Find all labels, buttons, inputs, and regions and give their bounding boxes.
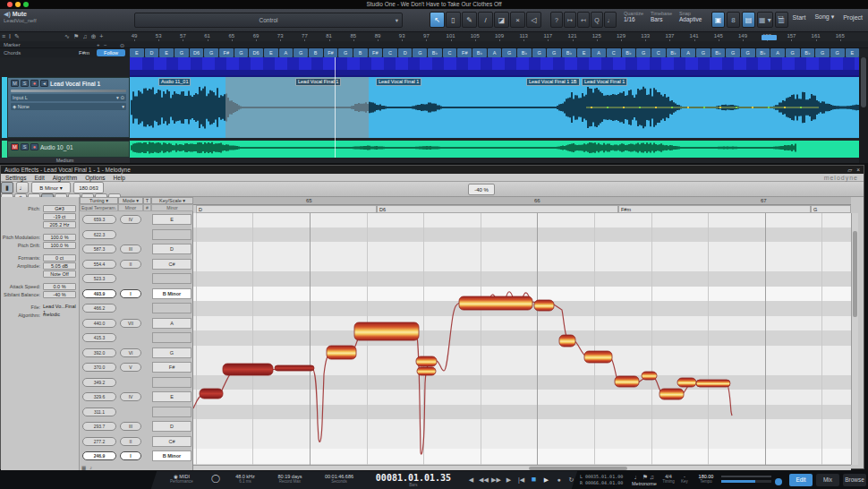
key-selector[interactable]: B Minor ▾: [31, 182, 71, 193]
keyscale-cell[interactable]: [152, 407, 191, 417]
track2-solo-button[interactable]: S: [21, 143, 29, 150]
chord-event[interactable]: B♭: [428, 48, 442, 57]
tempo-toggle[interactable]: [775, 478, 782, 485]
note-blob[interactable]: [416, 356, 437, 366]
keyscale-cell[interactable]: [152, 303, 191, 313]
mode-oval[interactable]: VII: [120, 319, 141, 328]
performance-meter[interactable]: ◉ MIDI Performance: [157, 474, 206, 484]
automation-point[interactable]: [752, 107, 753, 108]
chord-event[interactable]: A: [681, 48, 695, 57]
chord-event[interactable]: C: [443, 48, 457, 57]
automation-point[interactable]: [736, 107, 737, 108]
mode-oval[interactable]: III: [120, 244, 141, 253]
chord-event[interactable]: G: [174, 48, 189, 57]
melodyne-chord-row[interactable]: DD6F#mG: [193, 205, 851, 213]
chord-event[interactable]: B: [353, 48, 368, 57]
start-page-button[interactable]: Start: [793, 14, 806, 21]
scrollbar-thumb[interactable]: [529, 467, 627, 470]
keyscale-cell[interactable]: [152, 229, 191, 240]
note-blob[interactable]: [459, 296, 532, 310]
scrollbar-thumb[interactable]: [853, 231, 857, 317]
chord-event[interactable]: G: [726, 48, 740, 57]
chord-event[interactable]: B♭: [517, 48, 532, 57]
melodyne-chord-cell[interactable]: G: [811, 205, 851, 213]
return-button[interactable]: ↤: [577, 12, 590, 28]
keyscale-cell[interactable]: C#: [152, 259, 191, 270]
inspector-value[interactable]: melodic: [43, 312, 76, 319]
chord-event[interactable]: F#: [219, 48, 234, 57]
chord-event[interactable]: B♭: [622, 48, 636, 57]
track-size-control[interactable]: Medium: [0, 158, 130, 163]
chord-event[interactable]: G: [204, 48, 218, 57]
chord-event[interactable]: G: [741, 48, 755, 57]
key-field[interactable]: - Key: [678, 474, 691, 484]
note-blob[interactable]: [642, 372, 657, 380]
keyboard-icon[interactable]: ▦: [81, 465, 86, 470]
keyscale-cell[interactable]: G: [152, 347, 191, 358]
loop-points[interactable]: L 00035.01.01.00 R 00066.04.01.00: [580, 474, 623, 486]
stop-button[interactable]: ■: [529, 475, 539, 485]
timebase-dropdown[interactable]: Timebase Bars: [651, 11, 672, 22]
event-label[interactable]: Lead Vocal Final 1 1B: [526, 78, 580, 86]
column-header-keyscale[interactable]: Key/Scale ▾: [151, 197, 193, 204]
keyscale-cell[interactable]: D: [152, 244, 191, 254]
mode-oval[interactable]: I: [120, 289, 141, 298]
tuning-oval[interactable]: 493.9: [82, 289, 116, 298]
tuning-oval[interactable]: 293.7: [82, 422, 116, 431]
sibilant-balance-field[interactable]: -40 %: [468, 184, 495, 195]
tuning-oval[interactable]: 587.3: [82, 244, 116, 253]
inspector-value[interactable]: 100.0 %: [43, 234, 76, 241]
loop-end-marker[interactable]: [762, 35, 777, 40]
note-assignment-button[interactable]: ♩: [16, 182, 29, 193]
tuning-oval[interactable]: 392.0: [82, 348, 116, 357]
timeline-ruler[interactable]: ≡ I ✎ ∿ ⚑ ♫ ⊕ + 495357616569737781858993…: [0, 32, 868, 41]
track2-waveform-area[interactable]: [130, 141, 859, 158]
mode-oval[interactable]: VI: [120, 348, 141, 357]
tuning-oval[interactable]: 415.3: [82, 333, 116, 342]
control-dropdown[interactable]: Control ▾: [134, 13, 403, 28]
tuning-oval[interactable]: 370.0: [82, 363, 116, 372]
automation-point[interactable]: [719, 107, 721, 108]
automation-point[interactable]: [784, 107, 786, 108]
range-tool[interactable]: ▯: [446, 12, 461, 28]
return-to-start-button[interactable]: |◀: [516, 475, 526, 485]
note-editor[interactable]: [193, 213, 851, 465]
chord-event[interactable]: G: [636, 48, 651, 57]
mode-oval[interactable]: I: [120, 451, 141, 460]
chord-event[interactable]: D: [398, 48, 413, 57]
keyscale-cell[interactable]: D: [152, 421, 191, 432]
tuning-oval[interactable]: 277.2: [82, 437, 116, 446]
menu-item-edit[interactable]: Edit: [35, 175, 45, 181]
note-blob[interactable]: [327, 346, 356, 359]
scrollbar-thumb[interactable]: [861, 57, 866, 107]
chord-event[interactable]: G: [547, 48, 561, 57]
chord-event[interactable]: G: [830, 48, 845, 57]
automation-point[interactable]: [671, 107, 673, 108]
mute-tool[interactable]: ×: [510, 12, 525, 28]
automation-point[interactable]: [703, 107, 705, 108]
arrangement-strip[interactable]: [130, 57, 859, 77]
song-page-button[interactable]: Song ▾: [814, 13, 834, 21]
chord-event[interactable]: B♭: [801, 48, 815, 57]
loop-button[interactable]: ↻: [566, 475, 576, 485]
mode-oval[interactable]: II: [120, 260, 141, 269]
automation-point[interactable]: [768, 107, 770, 108]
arrow-tool[interactable]: ↖: [430, 12, 445, 28]
pencil-tool[interactable]: ✎: [462, 12, 477, 28]
column-header-t[interactable]: T ▾: [143, 197, 151, 204]
automation-point[interactable]: [687, 107, 689, 108]
automation-point[interactable]: [591, 107, 592, 108]
track1-input-selector[interactable]: Input L ▾ ⊙: [11, 94, 126, 101]
chord-event[interactable]: G: [294, 48, 308, 57]
chord-event[interactable]: G: [696, 48, 711, 57]
menu-item-algorithm[interactable]: Algorithm: [53, 175, 77, 181]
inspector-value[interactable]: -40 %: [43, 291, 76, 298]
tuning-oval[interactable]: 349.2: [82, 378, 116, 387]
chord-event[interactable]: C: [383, 48, 397, 57]
note-blob[interactable]: [677, 378, 696, 387]
remove-marker-button[interactable]: −: [104, 42, 107, 47]
melodyne-hscrollbar[interactable]: [193, 465, 851, 470]
note-blob[interactable]: [200, 389, 223, 399]
chord-event[interactable]: G: [502, 48, 516, 57]
note-icon[interactable]: ♪: [89, 465, 92, 470]
